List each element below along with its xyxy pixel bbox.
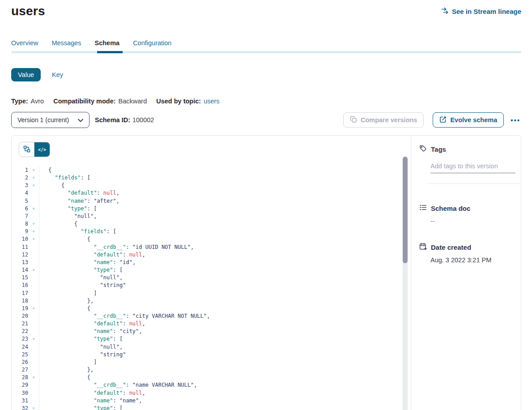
fold-spacer bbox=[28, 397, 39, 405]
line-number: 8 bbox=[12, 220, 28, 228]
schema-doc-value: -- bbox=[430, 218, 512, 225]
code-text[interactable]: "type": [ bbox=[39, 335, 123, 343]
evolve-schema-label: Evolve schema bbox=[450, 116, 497, 124]
fold-spacer bbox=[28, 297, 39, 305]
code-text[interactable]: { bbox=[39, 182, 64, 189]
compare-versions-button[interactable]: Compare versions bbox=[343, 112, 424, 128]
code-text[interactable]: "name": "name", bbox=[39, 397, 142, 405]
code-text[interactable]: ] bbox=[39, 290, 97, 297]
code-text[interactable]: "__crdb__": "name VARCHAR NULL", bbox=[39, 381, 197, 389]
code-text[interactable]: { bbox=[39, 374, 90, 381]
version-select-value: Version 1 (current) bbox=[17, 116, 78, 124]
tree-view-button[interactable] bbox=[19, 142, 34, 157]
code-text[interactable]: "null", bbox=[39, 213, 97, 220]
schema-page: users See in Stream lineage Overview Mes… bbox=[0, 0, 532, 410]
code-text[interactable]: "fields": [ bbox=[39, 174, 90, 182]
code-text[interactable]: "fields": [ bbox=[39, 228, 116, 235]
code-text[interactable]: "name": "city", bbox=[39, 328, 142, 335]
compare-icon bbox=[350, 116, 357, 124]
code-text[interactable]: "default": null, bbox=[39, 251, 145, 259]
schema-doc-header: Schema doc bbox=[419, 204, 512, 213]
code-line: 20 "__crdb__": "city VARCHAR NOT NULL", bbox=[12, 312, 411, 320]
schema-code-editor[interactable]: 1▾{2▾ "fields": [3▾ {4 "default": null,5… bbox=[12, 167, 411, 410]
fold-arrow-icon[interactable]: ▾ bbox=[28, 220, 39, 228]
meta-compatibility-label: Compatibility mode: bbox=[53, 98, 115, 105]
line-number: 4 bbox=[12, 189, 28, 197]
evolve-schema-button[interactable]: Evolve schema bbox=[433, 112, 504, 128]
code-text[interactable]: { bbox=[39, 305, 90, 312]
fold-arrow-icon[interactable]: ▾ bbox=[28, 174, 39, 182]
value-toggle-button[interactable]: Value bbox=[11, 68, 41, 81]
fold-arrow-icon[interactable]: ▾ bbox=[28, 235, 39, 243]
code-text[interactable]: "type": [ bbox=[39, 266, 123, 274]
fold-spacer bbox=[28, 359, 39, 366]
code-text[interactable]: "default": null, bbox=[39, 320, 145, 328]
fold-arrow-icon[interactable]: ▾ bbox=[28, 374, 39, 381]
code-line: 9▾ "fields": [ bbox=[12, 228, 411, 235]
code-text[interactable]: }, bbox=[39, 366, 94, 374]
fold-arrow-icon[interactable]: ▾ bbox=[28, 167, 39, 174]
code-text[interactable]: "name": "id", bbox=[39, 259, 136, 266]
schema-id: Schema ID:100002 bbox=[95, 116, 154, 124]
code-line: 4 "default": null, bbox=[12, 189, 411, 197]
code-text[interactable]: "type": [ bbox=[39, 205, 97, 213]
code-line: 24 "null", bbox=[12, 343, 411, 351]
code-text[interactable]: "null", bbox=[39, 274, 123, 282]
fold-arrow-icon[interactable]: ▾ bbox=[28, 405, 39, 410]
code-text[interactable]: "string" bbox=[39, 282, 126, 289]
code-line: 31 "name": "name", bbox=[12, 397, 411, 405]
date-created-header: Date created bbox=[419, 243, 512, 252]
line-number: 25 bbox=[12, 351, 28, 359]
fold-arrow-icon[interactable]: ▾ bbox=[28, 182, 39, 189]
code-line: 25 "string" bbox=[12, 351, 411, 359]
see-in-stream-lineage-link[interactable]: See in Stream lineage bbox=[441, 7, 521, 16]
code-line: 21 "default": null, bbox=[12, 320, 411, 328]
code-text[interactable]: }, bbox=[39, 297, 94, 305]
code-text[interactable]: "string" bbox=[39, 351, 126, 359]
line-number: 21 bbox=[12, 320, 28, 328]
add-tags-input[interactable] bbox=[430, 162, 515, 173]
tree-view-icon bbox=[23, 145, 30, 154]
code-text[interactable]: "type": [ bbox=[39, 405, 123, 410]
tab-messages[interactable]: Messages bbox=[51, 39, 81, 47]
fold-arrow-icon[interactable]: ▾ bbox=[28, 335, 39, 343]
tab-overview[interactable]: Overview bbox=[11, 39, 38, 47]
fold-arrow-icon[interactable]: ▾ bbox=[28, 305, 39, 312]
line-number: 20 bbox=[12, 312, 28, 320]
code-text[interactable]: { bbox=[39, 220, 77, 228]
more-options-button[interactable]: ••• bbox=[510, 116, 521, 124]
line-number: 7 bbox=[12, 213, 28, 220]
code-text[interactable]: "__crdb__": "city VARCHAR NOT NULL", bbox=[39, 312, 210, 320]
version-select[interactable]: Version 1 (current) bbox=[11, 112, 89, 128]
code-view-button[interactable]: </> bbox=[34, 142, 50, 157]
schema-card: </> 1▾{2▾ "fields": [3▾ {4 "default": nu… bbox=[11, 135, 521, 410]
code-text[interactable]: ] bbox=[39, 359, 97, 366]
code-text[interactable]: "__crdb__": "id UUID NOT NULL", bbox=[39, 243, 194, 251]
tab-configuration[interactable]: Configuration bbox=[133, 39, 171, 47]
line-number: 3 bbox=[12, 182, 28, 189]
key-toggle-button[interactable]: Key bbox=[52, 71, 63, 78]
code-line: 32▾ "type": [ bbox=[12, 405, 411, 410]
code-text[interactable]: { bbox=[39, 167, 51, 174]
meta-topic-link[interactable]: users bbox=[204, 98, 219, 105]
code-text[interactable]: "null", bbox=[39, 343, 123, 351]
line-number: 10 bbox=[12, 235, 28, 243]
editor-scrollbar-thumb[interactable] bbox=[403, 157, 408, 263]
code-line: 7 "null", bbox=[12, 213, 411, 220]
code-line: 30 "default": null, bbox=[12, 389, 411, 397]
active-tab-indicator bbox=[97, 51, 123, 53]
meta-compatibility: Compatibility mode:Backward bbox=[53, 98, 147, 105]
code-text[interactable]: { bbox=[39, 235, 90, 243]
editor-scrollbar-track[interactable] bbox=[403, 157, 408, 410]
fold-arrow-icon[interactable]: ▾ bbox=[28, 205, 39, 213]
tab-schema[interactable]: Schema bbox=[95, 39, 120, 47]
fold-arrow-icon[interactable]: ▾ bbox=[28, 228, 39, 235]
line-number: 23 bbox=[12, 335, 28, 343]
code-text[interactable]: "default": null, bbox=[39, 189, 119, 197]
code-text[interactable]: "name": "after", bbox=[39, 197, 119, 205]
fold-spacer bbox=[28, 259, 39, 266]
fold-spacer bbox=[28, 389, 39, 397]
fold-arrow-icon[interactable]: ▾ bbox=[28, 266, 39, 274]
fold-spacer bbox=[28, 189, 39, 197]
code-text[interactable]: "default": null, bbox=[39, 389, 145, 397]
